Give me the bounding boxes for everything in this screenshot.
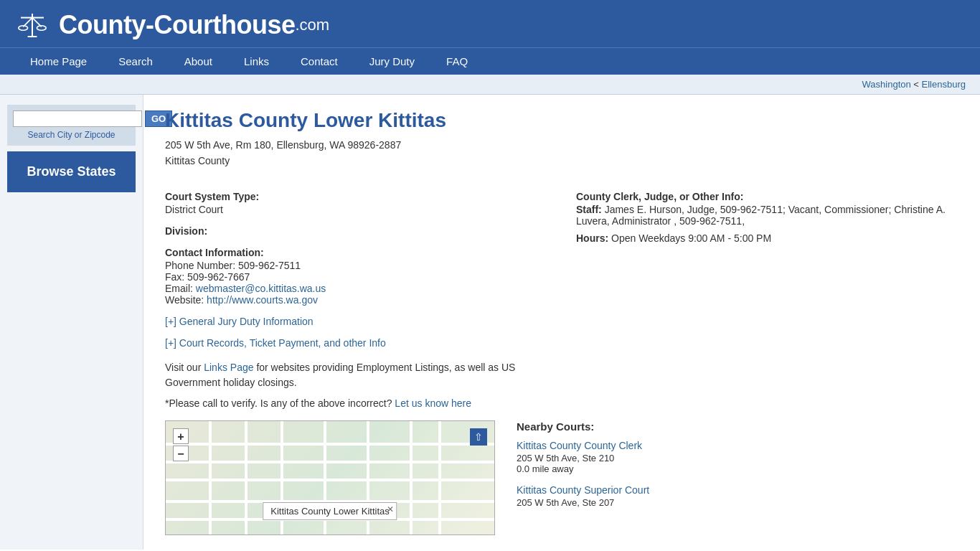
- nearby-court-item: Kittitas County County Clerk 205 W 5th A…: [517, 440, 958, 474]
- site-title-com: .com: [295, 16, 329, 34]
- division-label: Division:: [165, 225, 547, 237]
- nav-about[interactable]: About: [169, 48, 228, 75]
- details-left: Court System Type: District Court Divisi…: [165, 181, 547, 409]
- search-input-row: GO: [13, 110, 130, 127]
- address-line2: Kittitas County: [165, 155, 958, 166]
- nearby-court-name-1[interactable]: Kittitas County Superior Court: [517, 484, 649, 496]
- map-close-button[interactable]: ✕: [387, 504, 394, 514]
- breadcrumb-state[interactable]: Washington: [862, 79, 911, 90]
- system-type-value: District Court: [165, 204, 547, 215]
- search-box-container: GO Search City or Zipcode: [7, 105, 136, 146]
- map-zoom-out-button[interactable]: −: [173, 446, 189, 461]
- map-road: [166, 443, 494, 446]
- nearby-court-item: Kittitas County Superior Court 205 W 5th…: [517, 484, 958, 508]
- map-road: [438, 421, 441, 534]
- map-road: [245, 421, 248, 534]
- search-label: Search City or Zipcode: [13, 130, 130, 140]
- browse-states-button[interactable]: Browse States: [7, 151, 136, 192]
- main-content: Kittitas County Lower Kittitas 205 W 5th…: [143, 95, 980, 550]
- records-link[interactable]: [+] Court Records, Ticket Payment, and o…: [165, 337, 547, 349]
- nav-search[interactable]: Search: [103, 48, 169, 75]
- main-layout: GO Search City or Zipcode Browse States …: [0, 95, 980, 550]
- website-link[interactable]: http://www.courts.wa.gov: [207, 294, 318, 306]
- page-title: Kittitas County Lower Kittitas: [165, 109, 958, 132]
- map-label-box: Kittitas County Lower Kittitas ✕: [263, 502, 397, 520]
- fax-value: Fax: 509-962-7667: [165, 271, 547, 283]
- map-road: [166, 479, 494, 481]
- sidebar: GO Search City or Zipcode Browse States: [0, 95, 143, 550]
- nearby-court-dist-0: 0.0 mile away: [517, 463, 958, 474]
- staff-value: James E. Hurson, Judge, 509-962-7511; Va…: [576, 204, 946, 227]
- phone-value: Phone Number: 509-962-7511: [165, 260, 547, 271]
- breadcrumb-bar: Washington < Ellensburg: [0, 75, 980, 95]
- breadcrumb-city[interactable]: Ellensburg: [922, 79, 966, 90]
- email-row: Email: webmaster@co.kittitas.wa.us: [165, 283, 547, 294]
- visit-prefix: Visit our: [165, 362, 204, 373]
- map-container: + − ⇧ Kittitas County Lower Kittitas ✕: [165, 420, 495, 535]
- details-section: Court System Type: District Court Divisi…: [165, 181, 958, 409]
- search-input[interactable]: [13, 110, 142, 127]
- email-link[interactable]: webmaster@co.kittitas.wa.us: [196, 283, 326, 294]
- nav-links[interactable]: Links: [228, 48, 285, 75]
- nearby-court-addr-0: 205 W 5th Ave, Ste 210: [517, 453, 958, 463]
- visit-text: Visit our Links Page for websites provid…: [165, 360, 547, 390]
- details-right: County Clerk, Judge, or Other Info: Staf…: [576, 181, 958, 409]
- map-label-text: Kittitas County Lower Kittitas: [270, 506, 389, 517]
- map-road: [209, 421, 212, 534]
- map-directions-icon[interactable]: ⇧: [470, 428, 487, 446]
- hours-row: Hours: Open Weekdays 9:00 AM - 5:00 PM: [576, 232, 958, 244]
- links-page-link[interactable]: Links Page: [204, 362, 253, 373]
- system-type-label: Court System Type:: [165, 191, 547, 202]
- verify-link[interactable]: Let us know here: [395, 397, 471, 409]
- hours-label: Hours:: [576, 232, 608, 244]
- site-header: County-Courthouse .com: [0, 0, 980, 47]
- nav-contact[interactable]: Contact: [285, 48, 354, 75]
- website-prefix: Website:: [165, 294, 207, 306]
- nav-faq[interactable]: FAQ: [430, 48, 484, 75]
- nearby-courts: Nearby Courts: Kittitas County County Cl…: [517, 420, 958, 535]
- staff-label: Staff:: [576, 204, 602, 215]
- nearby-court-addr-1: 205 W 5th Ave, Ste 207: [517, 497, 958, 508]
- contact-label: Contact Information:: [165, 247, 547, 258]
- main-nav: Home Page Search About Links Contact Jur…: [0, 47, 980, 75]
- map-placeholder: + − ⇧ Kittitas County Lower Kittitas ✕: [166, 421, 494, 534]
- address-line1: 205 W 5th Ave, Rm 180, Ellensburg, WA 98…: [165, 139, 958, 151]
- verify-prefix: *Please call to verify. Is any of the ab…: [165, 397, 395, 409]
- clerk-label: County Clerk, Judge, or Other Info:: [576, 191, 958, 202]
- site-title: County-Courthouse: [59, 10, 295, 40]
- map-nearby-section: + − ⇧ Kittitas County Lower Kittitas ✕ N…: [165, 420, 958, 535]
- hours-value: Open Weekdays 9:00 AM - 5:00 PM: [611, 232, 771, 244]
- website-row: Website: http://www.courts.wa.gov: [165, 294, 547, 306]
- verify-text: *Please call to verify. Is any of the ab…: [165, 397, 547, 409]
- nav-jury[interactable]: Jury Duty: [354, 48, 430, 75]
- map-road: [410, 421, 413, 534]
- nearby-title: Nearby Courts:: [517, 420, 958, 433]
- breadcrumb-separator: <: [913, 79, 921, 90]
- map-zoom-in-button[interactable]: +: [173, 428, 189, 444]
- nav-home[interactable]: Home Page: [14, 48, 103, 75]
- email-prefix: Email:: [165, 283, 196, 294]
- staff-row: Staff: James E. Hurson, Judge, 509-962-7…: [576, 204, 958, 227]
- nearby-court-name-0[interactable]: Kittitas County County Clerk: [517, 440, 642, 451]
- jury-duty-link[interactable]: [+] General Jury Duty Information: [165, 316, 547, 327]
- scales-icon: [14, 11, 50, 39]
- map-road: [166, 461, 494, 463]
